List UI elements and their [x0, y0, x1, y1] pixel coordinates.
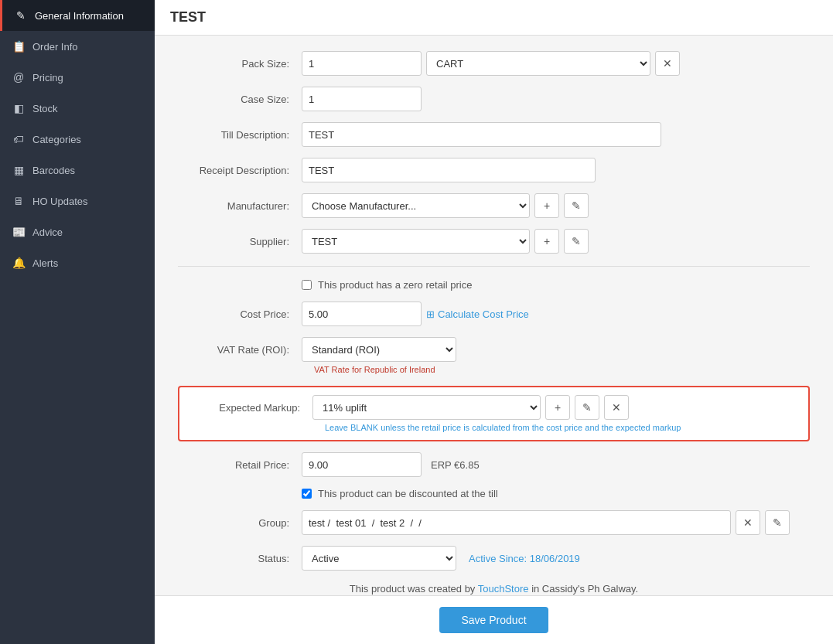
clipboard-icon: 📋 [12, 40, 25, 53]
retail-price-controls: 9.00 ERP €6.85 [302, 452, 810, 477]
markup-remove-button[interactable]: ✕ [604, 395, 629, 420]
sidebar-item-advice[interactable]: 📰 Advice [0, 216, 155, 247]
calc-icon: ⊞ [426, 308, 435, 320]
markup-select[interactable]: 11% uplift 20% uplift 25% uplift 30% upl… [312, 395, 541, 420]
group-remove-button[interactable]: ✕ [736, 510, 760, 535]
monitor-icon: 🖥 [12, 195, 25, 207]
supplier-select[interactable]: TEST [302, 229, 530, 254]
sidebar-label-ho-updates: HO Updates [32, 196, 88, 207]
sidebar-label-pricing: Pricing [32, 72, 63, 83]
page-title: TEST [155, 0, 833, 36]
manufacturer-row: Manufacturer: Choose Manufacturer... + ✎ [178, 193, 810, 218]
cost-price-row: Cost Price: 5.00 ⊞ Calculate Cost Price [178, 302, 810, 326]
markup-add-button[interactable]: + [545, 395, 570, 420]
tag-icon: 🏷 [12, 133, 25, 145]
vat-rate-select[interactable]: Standard (ROI) Zero (ROI) Reduced (ROI) [302, 337, 456, 362]
sidebar-item-alerts[interactable]: 🔔 Alerts [0, 247, 155, 278]
discount-row: This product can be discounted at the ti… [302, 488, 810, 499]
receipt-desc-label: Receipt Description: [178, 165, 302, 176]
markup-hint: Leave BLANK unless the retail price is c… [312, 423, 799, 432]
vat-rate-controls: Standard (ROI) Zero (ROI) Reduced (ROI) [302, 337, 810, 362]
created-text: This product was created by TouchStore i… [178, 583, 810, 595]
till-desc-row: Till Description: TEST [178, 122, 810, 147]
sidebar-item-categories[interactable]: 🏷 Categories [0, 124, 155, 155]
sidebar-label-stock: Stock [32, 103, 58, 114]
retail-price-input[interactable]: 9.00 [302, 452, 422, 477]
till-desc-input[interactable]: TEST [302, 122, 661, 147]
edit-icon: ✎ [15, 9, 27, 22]
at-icon: @ [12, 71, 25, 83]
group-row: Group: test / test 01 / test 2 / / ✕ ✎ [178, 510, 810, 535]
markup-inner: Expected Markup: 11% uplift 20% uplift 2… [189, 395, 799, 420]
bell-icon: 🔔 [12, 257, 25, 269]
sidebar-label-general-information: General Information [35, 10, 124, 22]
receipt-desc-input[interactable]: TEST [302, 158, 596, 182]
save-product-button[interactable]: Save Product [439, 607, 548, 633]
pack-size-row: Pack Size: 1 CART EACH BOX BAG ✕ [178, 51, 810, 76]
markup-edit-button[interactable]: ✎ [575, 395, 599, 420]
sidebar-label-alerts: Alerts [32, 257, 58, 269]
status-label: Status: [178, 553, 302, 564]
zero-price-checkbox[interactable] [302, 280, 312, 290]
vat-note: VAT Rate for Republic of Ireland [314, 363, 810, 375]
discount-checkbox[interactable] [302, 489, 312, 499]
manufacturer-select[interactable]: Choose Manufacturer... [302, 193, 530, 218]
till-desc-controls: TEST [302, 122, 810, 147]
receipt-desc-controls: TEST [302, 158, 810, 182]
manufacturer-label: Manufacturer: [178, 200, 302, 212]
case-size-label: Case Size: [178, 94, 302, 105]
zero-price-label: This product has a zero retail price [318, 279, 472, 291]
pack-size-controls: 1 CART EACH BOX BAG ✕ [302, 51, 810, 76]
newspaper-icon: 📰 [12, 226, 25, 238]
touchstore-link[interactable]: TouchStore [478, 583, 529, 595]
case-size-row: Case Size: 1 [178, 87, 810, 111]
erp-value: ERP €6.85 [431, 459, 480, 471]
pack-size-input[interactable]: 1 [302, 51, 422, 76]
cart-select[interactable]: CART EACH BOX BAG [426, 51, 650, 76]
manufacturer-add-button[interactable]: + [534, 193, 559, 218]
manufacturer-edit-button[interactable]: ✎ [564, 193, 589, 218]
pack-size-label: Pack Size: [178, 58, 302, 70]
supplier-add-button[interactable]: + [534, 229, 559, 254]
supplier-controls: TEST + ✎ [302, 229, 810, 254]
sidebar-label-categories: Categories [32, 134, 81, 145]
sidebar-item-stock[interactable]: ◧ Stock [0, 93, 155, 124]
sidebar-item-general-information[interactable]: ✎ General Information [0, 0, 155, 31]
markup-label: Expected Markup: [189, 402, 312, 414]
expected-markup-section: Expected Markup: 11% uplift 20% uplift 2… [178, 386, 810, 441]
status-select[interactable]: Active Inactive Discontinued [302, 546, 456, 571]
case-size-input[interactable]: 1 [302, 87, 422, 111]
box-icon: ◧ [12, 102, 25, 114]
pack-size-remove-button[interactable]: ✕ [655, 51, 680, 76]
discount-label: This product can be discounted at the ti… [318, 488, 498, 499]
zero-price-row: This product has a zero retail price [302, 279, 810, 291]
markup-controls: 11% uplift 20% uplift 25% uplift 30% upl… [312, 395, 629, 420]
sidebar-item-ho-updates[interactable]: 🖥 HO Updates [0, 186, 155, 216]
barcode-icon: ▦ [12, 164, 25, 176]
main-panel: TEST Pack Size: 1 CART EACH BOX BAG ✕ Ca… [155, 0, 833, 644]
manufacturer-controls: Choose Manufacturer... + ✎ [302, 193, 810, 218]
sidebar-item-barcodes[interactable]: ▦ Barcodes [0, 155, 155, 186]
status-controls: Active Inactive Discontinued Active Sinc… [302, 546, 810, 571]
sidebar: ✎ General Information 📋 Order Info @ Pri… [0, 0, 155, 644]
active-since: Active Since: 18/06/2019 [469, 553, 580, 564]
main-body: Pack Size: 1 CART EACH BOX BAG ✕ Case Si… [155, 36, 833, 595]
group-edit-button[interactable]: ✎ [765, 510, 790, 535]
supplier-row: Supplier: TEST + ✎ [178, 229, 810, 254]
group-input[interactable]: test / test 01 / test 2 / / [302, 510, 731, 535]
sidebar-item-pricing[interactable]: @ Pricing [0, 62, 155, 93]
cost-price-input[interactable]: 5.00 [302, 302, 422, 326]
supplier-label: Supplier: [178, 236, 302, 247]
case-size-controls: 1 [302, 87, 810, 111]
vat-rate-wrapper: VAT Rate (ROI): Standard (ROI) Zero (ROI… [178, 337, 810, 375]
status-row: Status: Active Inactive Discontinued Act… [178, 546, 810, 571]
retail-price-label: Retail Price: [178, 459, 302, 471]
receipt-desc-row: Receipt Description: TEST [178, 158, 810, 182]
vat-rate-row: VAT Rate (ROI): Standard (ROI) Zero (ROI… [178, 337, 810, 362]
group-label: Group: [178, 517, 302, 529]
cost-price-controls: 5.00 ⊞ Calculate Cost Price [302, 302, 810, 326]
calculate-cost-price-link[interactable]: ⊞ Calculate Cost Price [426, 308, 529, 320]
retail-price-row: Retail Price: 9.00 ERP €6.85 [178, 452, 810, 477]
supplier-edit-button[interactable]: ✎ [564, 229, 589, 254]
sidebar-item-order-info[interactable]: 📋 Order Info [0, 31, 155, 62]
